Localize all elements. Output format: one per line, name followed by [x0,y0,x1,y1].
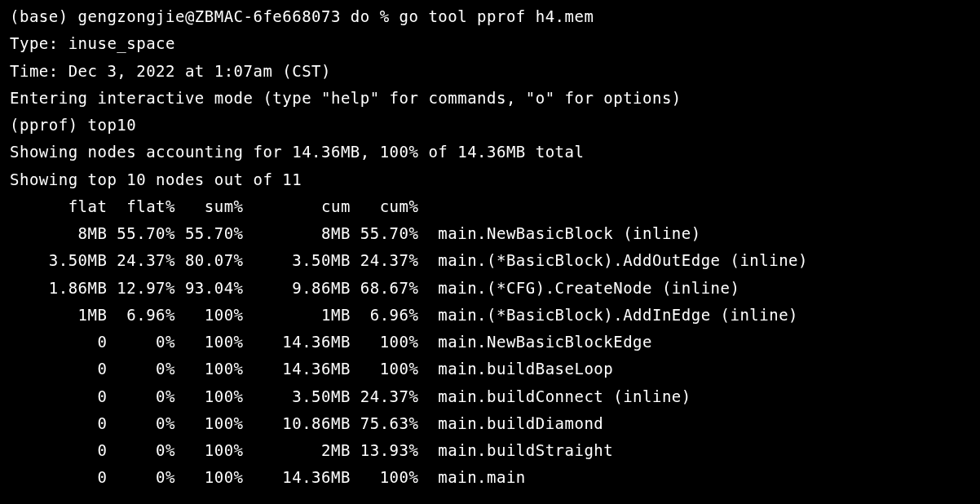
showing-line-1: Showing nodes accounting for 14.36MB, 10… [10,139,970,166]
mode-line: Entering interactive mode (type "help" f… [10,85,970,112]
type-line: Type: inuse_space [10,30,970,57]
table-row: 0 0% 100% 2MB 13.93% main.buildStraight [10,437,970,464]
table-row: 0 0% 100% 10.86MB 75.63% main.buildDiamo… [10,410,970,437]
table-row: 3.50MB 24.37% 80.07% 3.50MB 24.37% main.… [10,247,970,274]
table-row: 0 0% 100% 3.50MB 24.37% main.buildConnec… [10,383,970,410]
table-row: 1MB 6.96% 100% 1MB 6.96% main.(*BasicBlo… [10,302,970,329]
table-header: flat flat% sum% cum cum% [10,193,970,220]
pprof-command: (pprof) top10 [10,112,970,139]
table-row: 0 0% 100% 14.36MB 100% main.main [10,464,970,491]
table-row: 1.86MB 12.97% 93.04% 9.86MB 68.67% main.… [10,275,970,302]
table-row: 8MB 55.70% 55.70% 8MB 55.70% main.NewBas… [10,220,970,247]
table-row: 0 0% 100% 14.36MB 100% main.buildBaseLoo… [10,356,970,382]
time-line: Time: Dec 3, 2022 at 1:07am (CST) [10,58,970,85]
command-line: (base) gengzongjie@ZBMAC-6fe668073 do % … [10,3,970,30]
table-row: 0 0% 100% 14.36MB 100% main.NewBasicBloc… [10,329,970,356]
showing-line-2: Showing top 10 nodes out of 11 [10,166,970,193]
